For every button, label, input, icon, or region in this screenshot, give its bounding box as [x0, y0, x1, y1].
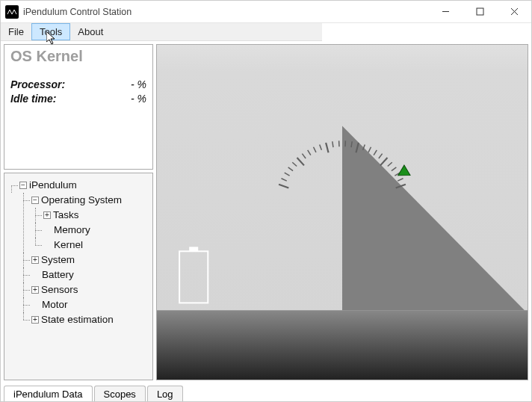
- svg-rect-1: [477, 8, 483, 15]
- tree-node-tasks[interactable]: +Tasks: [31, 208, 149, 223]
- close-button[interactable]: [497, 1, 531, 23]
- pendulum-base: [342, 126, 525, 311]
- app-icon: [5, 5, 19, 19]
- pendulum-visualization: [157, 45, 528, 380]
- svg-line-11: [308, 150, 311, 155]
- tree-node-state-estimation[interactable]: +State estimation: [19, 312, 149, 327]
- svg-line-6: [285, 173, 290, 176]
- minimize-button[interactable]: [428, 1, 463, 23]
- svg-line-24: [380, 158, 387, 165]
- tree-node-os[interactable]: −Operating System +Tasks Memory Kernel: [19, 193, 149, 253]
- svg-line-13: [320, 144, 322, 149]
- svg-rect-31: [179, 251, 208, 303]
- kernel-panel-title: OS Kernel: [10, 48, 146, 65]
- kv-value: - %: [131, 78, 146, 90]
- svg-line-28: [398, 179, 403, 181]
- battery-icon: [179, 247, 208, 303]
- kv-value: - %: [131, 93, 146, 105]
- tree-node-motor[interactable]: Motor: [19, 297, 149, 312]
- svg-line-8: [292, 162, 297, 166]
- svg-line-5: [282, 179, 287, 181]
- svg-line-9: [297, 158, 304, 165]
- svg-line-15: [332, 141, 333, 147]
- svg-line-26: [392, 167, 396, 171]
- kv-label: Idle time:: [10, 93, 131, 105]
- content-area: OS Kernel Processor: - % Idle time: - % …: [1, 41, 531, 383]
- kernel-panel: OS Kernel Processor: - % Idle time: - %: [4, 44, 153, 170]
- tree-node-memory[interactable]: Memory: [31, 223, 149, 238]
- svg-marker-30: [398, 165, 410, 176]
- visualization-panel: [156, 44, 528, 380]
- kv-row-idle: Idle time: - %: [10, 93, 146, 105]
- tree-node-battery[interactable]: Battery: [19, 268, 149, 282]
- svg-line-25: [388, 162, 392, 166]
- tree-toggle-icon[interactable]: +: [43, 211, 51, 219]
- tab-scopes[interactable]: Scopes: [94, 386, 146, 402]
- tree-toggle-icon[interactable]: −: [31, 197, 39, 204]
- tab-ipendulum-data[interactable]: iPendulum Data: [4, 386, 93, 402]
- titlebar: iPendulum Control Station: [1, 1, 531, 23]
- menu-file[interactable]: File: [1, 23, 31, 40]
- bottom-tabs: iPendulum Data Scopes Log: [1, 383, 531, 401]
- menubar: File Tools About: [1, 23, 322, 41]
- ground: [157, 310, 528, 380]
- svg-line-10: [302, 154, 306, 158]
- tree-toggle-icon[interactable]: +: [31, 316, 39, 324]
- svg-line-22: [374, 150, 377, 155]
- menu-tools[interactable]: Tools: [31, 23, 70, 40]
- tree-panel: −iPendulum −Operating System +Tasks Memo…: [4, 173, 153, 380]
- tree-node-kernel[interactable]: Kernel: [31, 238, 149, 253]
- kv-label: Processor:: [10, 78, 131, 90]
- svg-line-7: [288, 167, 293, 171]
- svg-line-21: [368, 147, 371, 152]
- tree-toggle-icon[interactable]: +: [31, 286, 39, 294]
- window-title: iPendulum Control Station: [23, 7, 132, 17]
- tree-node-ipendulum[interactable]: −iPendulum −Operating System +Tasks Memo…: [7, 178, 149, 327]
- svg-line-12: [314, 147, 316, 152]
- svg-line-23: [379, 154, 383, 158]
- maximize-button[interactable]: [463, 1, 497, 23]
- tree-toggle-icon[interactable]: +: [31, 256, 39, 264]
- tree-toggle-icon[interactable]: −: [19, 182, 27, 189]
- svg-rect-32: [189, 247, 198, 251]
- gauge-needle-icon: [398, 165, 410, 176]
- tab-log[interactable]: Log: [147, 386, 183, 402]
- tree-node-system[interactable]: +System: [19, 253, 149, 268]
- tree-node-sensors[interactable]: +Sensors: [19, 282, 149, 297]
- menu-about[interactable]: About: [70, 23, 111, 40]
- left-pane: OS Kernel Processor: - % Idle time: - % …: [4, 44, 153, 380]
- svg-line-4: [279, 185, 288, 188]
- kv-row-processor: Processor: - %: [10, 78, 146, 90]
- svg-line-14: [326, 143, 328, 152]
